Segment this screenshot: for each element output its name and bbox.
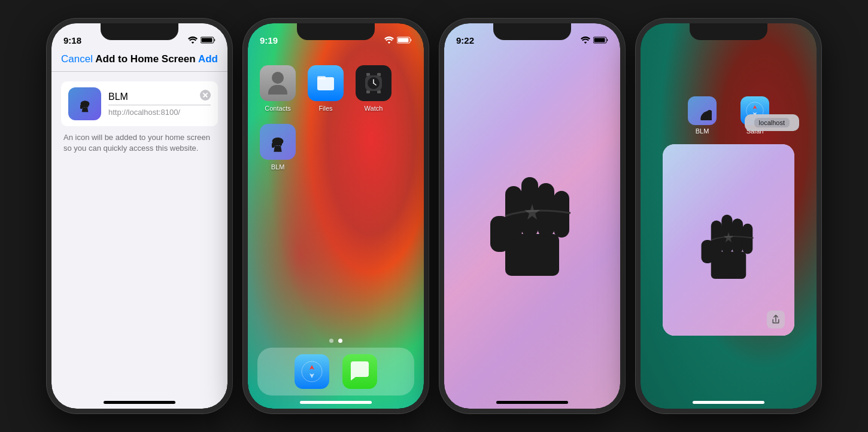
- phone-1-notch: [101, 23, 178, 40]
- phone-2-home-indicator: [300, 401, 372, 404]
- app-item-blm[interactable]: BLM: [260, 124, 296, 171]
- files-app-icon: [308, 65, 344, 101]
- app-item-files[interactable]: Files: [308, 65, 344, 112]
- switcher-card: [663, 144, 794, 336]
- phone-2-status-icons: [384, 36, 412, 44]
- phone-4-screen: BLM Safari localhos: [641, 23, 817, 409]
- svg-rect-1: [202, 38, 213, 42]
- svg-rect-9: [398, 38, 409, 42]
- files-label: Files: [318, 105, 332, 112]
- wifi-icon-3: [581, 36, 590, 44]
- app-name-input[interactable]: BLM: [108, 92, 211, 105]
- phone-1-time: 9:18: [63, 35, 81, 45]
- wifi-icon-2: [384, 36, 394, 44]
- phone-4-body: BLM Safari localhos: [636, 19, 821, 413]
- blm-fist-large: [472, 144, 592, 288]
- phone-2-time: 9:19: [260, 35, 278, 45]
- nav-title: Add to Home Screen: [95, 53, 195, 65]
- blm-fist-svg: [472, 144, 592, 288]
- app-url-text: http://localhost:8100/: [108, 108, 211, 117]
- svg-rect-36: [554, 191, 569, 238]
- svg-marker-46: [753, 105, 757, 109]
- svg-point-44: [700, 111, 712, 120]
- add-home-content: BLM http://localhost:8100/ An icon will …: [51, 72, 227, 163]
- battery-icon-2: [397, 36, 412, 44]
- switcher-blm-fist: [693, 101, 712, 120]
- phone-2-notch: [297, 23, 375, 40]
- battery-icon: [201, 36, 216, 44]
- messages-bubble-icon: [348, 360, 371, 383]
- svg-rect-34: [521, 177, 538, 237]
- blm-home-icon: [260, 124, 296, 160]
- svg-point-7: [80, 101, 89, 107]
- dock-safari-icon[interactable]: [295, 354, 329, 389]
- svg-rect-11: [317, 76, 326, 80]
- phone-4-notch: [690, 23, 767, 40]
- phone-3-body: 9:22: [439, 19, 625, 413]
- switcher-card-inner: [663, 144, 794, 336]
- watch-app-icon: [356, 65, 391, 101]
- phone-3-screen: 9:22: [444, 23, 620, 409]
- switcher-card-blm-fist: [690, 192, 767, 288]
- app-name-fields: BLM http://localhost:8100/: [108, 92, 211, 117]
- switcher-blm-name: BLM: [696, 127, 709, 135]
- phone-1-body: 9:18 Cancel Add to Home Screen Add: [47, 19, 232, 413]
- switcher-safari-item: Safari localhost: [740, 96, 769, 135]
- svg-rect-51: [721, 215, 732, 254]
- phone-1-screen: 9:18 Cancel Add to Home Screen Add: [51, 23, 227, 409]
- battery-icon-3: [593, 36, 608, 44]
- watch-label: Watch: [365, 105, 383, 112]
- svg-rect-48: [711, 252, 746, 279]
- switcher-icons-row: BLM Safari localhos: [688, 96, 769, 135]
- phone-3: 9:22: [439, 19, 625, 413]
- blm-app-icon: [68, 87, 101, 120]
- switcher-blm-item: BLM: [688, 96, 717, 135]
- blm-fist-icon-small: [266, 130, 290, 154]
- localhost-url: localhost: [754, 118, 790, 127]
- phone-3-notch: [493, 23, 571, 40]
- switcher-blm-icon: [688, 96, 717, 125]
- dock-messages-icon[interactable]: [342, 354, 377, 389]
- wifi-icon: [188, 36, 198, 44]
- phone-4-home-indicator: [693, 401, 764, 404]
- app-item-contacts[interactable]: Contacts: [260, 65, 296, 112]
- app-grid: Contacts Files: [248, 59, 424, 177]
- add-button[interactable]: Add: [198, 53, 218, 65]
- files-icon: [315, 72, 336, 94]
- watch-icon: [364, 72, 383, 95]
- phone-1-home-indicator: [104, 401, 175, 404]
- safari-compass-icon: [301, 360, 323, 383]
- contacts-app-icon: [260, 65, 296, 101]
- phone-3-home-indicator: [496, 401, 568, 404]
- phone-2-screen: 9:19: [248, 23, 424, 409]
- app-switcher-overlay: BLM Safari localhos: [641, 23, 817, 409]
- share-icon: [771, 315, 781, 324]
- cancel-button[interactable]: Cancel: [61, 53, 93, 65]
- phone-2-body: 9:19: [243, 19, 429, 413]
- svg-rect-30: [594, 38, 605, 42]
- dock: [257, 348, 414, 396]
- svg-point-26: [302, 361, 322, 382]
- dot-1: [329, 339, 333, 343]
- svg-marker-27: [309, 365, 314, 370]
- phone-4: BLM Safari localhos: [636, 19, 821, 413]
- blm-label: BLM: [271, 163, 285, 171]
- switcher-share-button[interactable]: [767, 311, 785, 328]
- add-home-description: An icon will be added to your home scree…: [61, 132, 218, 154]
- svg-rect-31: [505, 234, 559, 276]
- phone-1: 9:18 Cancel Add to Home Screen Add: [47, 19, 232, 413]
- app-item-watch[interactable]: Watch: [356, 65, 391, 112]
- contacts-label: Contacts: [265, 105, 290, 112]
- switcher-fist-svg: [690, 192, 767, 288]
- svg-rect-53: [742, 224, 752, 254]
- app-name-row: BLM http://localhost:8100/: [61, 81, 218, 126]
- safari-url-dropdown: localhost: [745, 114, 799, 131]
- fist-icon: [75, 95, 95, 114]
- phone-1-status-icons: [188, 36, 216, 44]
- phone-3-status-icons: [581, 36, 608, 44]
- phone-3-time: 9:22: [456, 35, 474, 45]
- page-dots: [329, 339, 342, 343]
- dot-2: [338, 339, 342, 343]
- phone-2: 9:19: [243, 19, 429, 413]
- clear-button[interactable]: [200, 90, 211, 101]
